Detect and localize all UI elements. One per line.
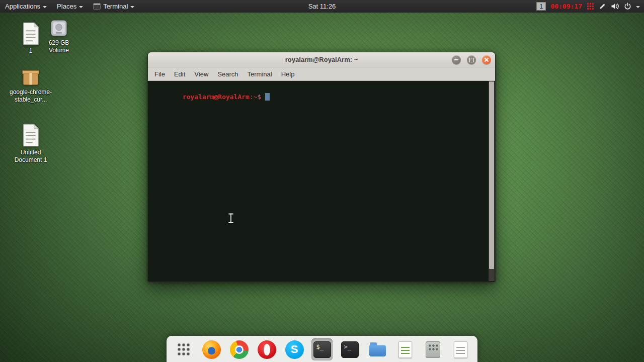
window-title: royalarm@RoyalArm: ~ [148,56,495,63]
terminal-icon: >_ [341,341,359,358]
places-menu-label: Places [57,3,76,10]
window-titlebar[interactable]: royalarm@RoyalArm: ~ [148,52,495,67]
volume-icon[interactable] [611,3,619,10]
clock[interactable]: Sat 11:26 [304,0,340,13]
drive-icon [50,19,68,37]
desktop-icon-label: 1 [29,47,33,55]
document-icon [21,22,40,45]
green-document-icon [398,341,412,358]
document-icon [21,124,40,147]
applications-menu[interactable]: Applications [0,0,52,13]
dock-item-terminal[interactable]: >_ [339,338,360,360]
terminal-icon: $_ [313,341,331,358]
desktop-icon-volume[interactable]: 629 GB Volume [40,19,77,55]
dock-item-green-document[interactable] [394,338,416,360]
screen-recorder-timer: 00:09:17 [550,3,582,10]
dock-item-firefox[interactable] [201,338,222,360]
menu-search[interactable]: Search [213,68,243,80]
scrollbar-thumb[interactable] [489,81,494,269]
calculator-icon [426,341,440,358]
maximize-button[interactable] [467,55,476,64]
chevron-down-icon [79,6,83,8]
app-grid-icon [177,343,190,356]
mouse-ibeam-cursor [227,213,234,225]
chrome-icon [230,340,249,359]
pen-input-icon[interactable] [599,3,606,10]
terminal-cursor [265,93,270,101]
dock-item-text-document[interactable] [450,338,471,360]
clock-label: Sat 11:26 [308,3,336,10]
workspace-switcher[interactable]: 1 [536,2,546,11]
terminal-app-icon [93,3,101,10]
menu-view[interactable]: View [190,68,213,80]
dock-item-opera[interactable] [256,338,277,360]
screen-recorder-icon[interactable] [587,3,594,10]
screen: Applications Places Terminal Sat 11:26 1… [0,0,644,362]
desktop-icon-chrome-package[interactable]: google-chrome-stable_cur... [9,68,52,104]
dock-item-file-manager[interactable] [367,338,388,360]
terminal-content[interactable]: royalarm@RoyalArm:~$ [148,81,495,282]
prompt-user-host: royalarm@RoyalArm [183,93,250,101]
firefox-icon [202,340,221,359]
skype-icon: S [285,340,304,359]
chevron-down-icon [130,6,134,8]
session-menu-chevron-icon[interactable] [636,6,640,8]
terminal-scrollbar[interactable] [489,81,495,281]
desktop-icon-label: 629 GB Volume [40,39,77,55]
menu-help[interactable]: Help [277,68,299,80]
minimize-button[interactable] [452,55,461,64]
package-icon [22,68,40,86]
active-app-label: Terminal [103,3,128,10]
dock-item-calculator[interactable] [422,338,443,360]
menu-terminal[interactable]: Terminal [243,68,277,80]
folder-icon [369,345,386,356]
desktop-icon-label: Untitled Document 1 [9,149,52,164]
dock-item-skype[interactable]: S [284,338,305,360]
power-icon[interactable] [624,3,631,10]
window-menubar: File Edit View Search Terminal Help [148,67,495,81]
dock: S $_ >_ [167,336,477,362]
text-document-icon [454,341,467,358]
active-app-menu[interactable]: Terminal [88,0,139,13]
desktop-icon-untitled-document[interactable]: Untitled Document 1 [9,124,52,164]
terminal-window: royalarm@RoyalArm: ~ File Edit View Sear… [147,52,496,282]
opera-icon-core [264,344,270,355]
desktop-icon-label: google-chrome-stable_cur... [9,88,52,104]
document-lines [401,345,410,355]
close-button[interactable] [482,55,491,64]
top-panel: Applications Places Terminal Sat 11:26 1… [0,0,644,13]
places-menu[interactable]: Places [52,0,88,13]
chrome-icon-core [235,345,244,354]
workspace-number: 1 [540,3,543,10]
menu-edit[interactable]: Edit [170,68,190,80]
applications-menu-label: Applications [5,3,40,10]
dock-item-terminal-active[interactable]: $_ [311,338,333,360]
calculator-keys [428,343,438,351]
chevron-down-icon [43,6,47,8]
dock-item-app-grid[interactable] [173,338,194,360]
document-lines [456,345,465,355]
menu-file[interactable]: File [150,68,170,80]
opera-icon [258,340,276,359]
dock-item-chrome[interactable] [228,338,250,360]
prompt-suffix: :~$ [250,93,261,101]
